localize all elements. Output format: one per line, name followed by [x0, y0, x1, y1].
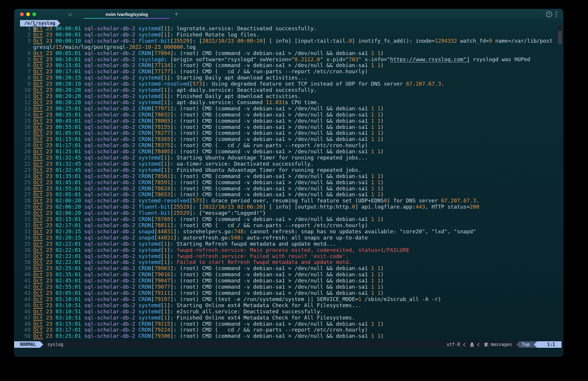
log-line: 26Oct 23 01:55:01 sql-scholar-db-2 CRON[… [14, 186, 561, 192]
line-number: 3 [14, 38, 33, 44]
line-number: 40 [14, 272, 33, 278]
line-number: 2 [14, 32, 33, 38]
log-line: 49Oct 23 03:17:01 sql-scholar-db-2 CRON[… [14, 327, 561, 333]
log-line: 4Oct 23 00:05:01 sql-scholar-db-2 CRON[7… [14, 50, 561, 56]
line-number: 17 [14, 130, 33, 136]
mode-arrow [40, 341, 43, 348]
log-line: 31Oct 23 02:15:01 sql-scholar-db-2 CRON[… [14, 216, 561, 222]
line-number: 25 [14, 179, 33, 186]
line-number: 45 [14, 302, 33, 309]
line-number: 30 [14, 210, 33, 216]
log-line: 12Oct 23 00:20:28 sql-scholar-db-2 syste… [14, 99, 561, 106]
line-number: 5 [14, 56, 33, 63]
line-number: 39 [14, 265, 33, 272]
log-line: 21Oct 23 01:32:45 sql-scholar-db-2 syste… [14, 155, 561, 161]
top-segment-arrow [516, 341, 519, 348]
log-line: 17Oct 23 01:05:01 sql-scholar-db-2 CRON[… [14, 130, 561, 136]
line-number: 50 [14, 333, 33, 339]
log-line: 14Oct 23 00:35:01 sql-scholar-db-2 CRON[… [14, 112, 561, 118]
close-window-button[interactable] [20, 12, 24, 16]
line-number: 47 [14, 315, 33, 321]
encoding-label: utf-8 [447, 342, 460, 347]
minimize-window-button[interactable] [26, 12, 30, 16]
log-line: 24Oct 23 01:35:01 sql-scholar-db-2 CRON[… [14, 173, 561, 179]
line-number: 33 [14, 229, 33, 235]
log-line: 5Oct 23 00:10:01 sql-scholar-db-2 rsyslo… [14, 56, 561, 63]
line-number: 10 [14, 87, 33, 93]
line-number: 34 [14, 235, 33, 241]
line-number: 44 [14, 296, 33, 302]
linux-tux-icon [470, 342, 474, 347]
tab-vi[interactable]: vi [52, 9, 88, 19]
log-line: 50Oct 23 03:25:01 sql-scholar-db-2 CRON[… [14, 333, 561, 339]
zoom-window-button[interactable] [32, 12, 36, 16]
log-line: 18Oct 23 01:15:01 sql-scholar-db-2 CRON[… [14, 136, 561, 142]
line-number: 7 [14, 69, 33, 75]
new-tab-button[interactable]: + [172, 9, 181, 19]
line-number: 42 [14, 284, 33, 290]
line-number: 18 [14, 136, 33, 142]
menu-kebab-icon[interactable] [555, 11, 558, 17]
line-number: 15 [14, 118, 33, 124]
line-number: 38 [14, 259, 33, 265]
scrollbar-thumb[interactable] [558, 25, 562, 44]
tab-vi-label: vi [69, 12, 72, 17]
log-line: 11Oct 23 00:20:28 sql-scholar-db-2 syste… [14, 93, 561, 99]
line-number: 46 [14, 309, 33, 315]
log-line: 8Oct 23 00:20:15 sql-scholar-db-2 system… [14, 75, 561, 81]
log-line: 30Oct 23 02:06:20 sql-scholar-db-2 fluen… [14, 210, 561, 216]
log-line: 33Oct 23 02:20:15 sql-scholar-db-2 snapd… [14, 229, 561, 235]
log-line: 47Oct 23 03:10:51 sql-scholar-db-2 syste… [14, 315, 561, 321]
log-line: 35Oct 23 02:22:01 sql-scholar-db-2 syste… [14, 241, 561, 247]
log-line: 10Oct 23 00:20:28 sql-scholar-db-2 syste… [14, 87, 561, 93]
terminal-window: vi nvim /var/log/syslog + ? /v/l/syslog … [14, 9, 563, 357]
log-line: 34Oct 23 02:20:15 sql-scholar-db-2 snapd… [14, 235, 561, 241]
log-line: 9Oct 23 00:20:19 sql-scholar-db-2 system… [14, 81, 561, 87]
log-line: 6Oct 23 00:15:01 sql-scholar-db-2 CRON[7… [14, 62, 561, 69]
log-line: 36Oct 23 02:22:01 sql-scholar-db-2 syste… [14, 247, 561, 253]
line-number: 6 [14, 62, 33, 69]
tab-nvim-syslog-label: nvim /var/log/syslog [106, 12, 148, 17]
line-number: 8 [14, 75, 33, 81]
line-number: 37 [14, 253, 33, 259]
scroll-position-label: Top [519, 341, 534, 348]
line-number: 24 [14, 173, 33, 179]
tab-nvim-syslog[interactable]: nvim /var/log/syslog [84, 9, 170, 19]
log-line: 39Oct 23 02:25:01 sql-scholar-db-2 CRON[… [14, 265, 561, 272]
log-line: 41Oct 23 02:45:01 sql-scholar-db-2 CRON[… [14, 278, 561, 284]
line-number: 35 [14, 241, 33, 247]
line-number: 19 [14, 142, 33, 149]
desktop: vi nvim /var/log/syslog + ? /v/l/syslog … [0, 0, 588, 381]
line-number: 16 [14, 124, 33, 130]
line-number: 1 [14, 26, 33, 32]
statusline-right: utf-8 messages Top 1:1 [447, 341, 563, 348]
line-number: 49 [14, 327, 33, 333]
mode-indicator: NORMAL [14, 341, 40, 348]
log-line: 7Oct 23 00:17:01 sql-scholar-db-2 CRON[7… [14, 69, 561, 75]
line-number: 36 [14, 247, 33, 253]
log-line: 20Oct 23 01:25:01 sql-scholar-db-2 CRON[… [14, 149, 561, 155]
line-number: 41 [14, 278, 33, 284]
line-number: 31 [14, 216, 33, 222]
log-line: 45Oct 23 03:10:51 sql-scholar-db-2 syste… [14, 302, 561, 309]
line-number: 32 [14, 222, 33, 229]
buffer-lines-icon [484, 342, 489, 347]
position-segment-arrow [534, 341, 537, 348]
cursor-block: O [33, 25, 36, 31]
tab-bar: vi nvim /var/log/syslog + ? [14, 9, 563, 19]
window-controls [20, 9, 36, 19]
log-line: 3Oct 23 00:00:10 sql-scholar-db-2 fluent… [14, 38, 561, 44]
log-line: 15Oct 23 00:45:01 sql-scholar-db-2 CRON[… [14, 118, 561, 124]
log-line-wrap: gresql/15/main/log/postgresql-2022-10-23… [14, 44, 561, 50]
active-tab-underline [84, 18, 170, 19]
log-line: 46Oct 23 03:10:51 sql-scholar-db-2 syste… [14, 309, 561, 315]
log-line: 23Oct 23 01:32:45 sql-scholar-db-2 syste… [14, 167, 561, 173]
log-line: 28Oct 23 02:06:20 sql-scholar-db-2 syste… [14, 198, 561, 204]
log-view: 1Oct 23 00:00:01 sql-scholar-db-2 system… [14, 26, 561, 339]
log-line: 42Oct 23 02:55:01 sql-scholar-db-2 CRON[… [14, 284, 561, 290]
help-icon[interactable]: ? [546, 11, 552, 17]
line-number: 11 [14, 93, 33, 99]
log-line: 32Oct 23 02:17:01 sql-scholar-db-2 CRON[… [14, 222, 561, 229]
log-line: 22Oct 23 01:32:45 sql-scholar-db-2 syste… [14, 161, 561, 167]
line-number: 9 [14, 81, 33, 87]
